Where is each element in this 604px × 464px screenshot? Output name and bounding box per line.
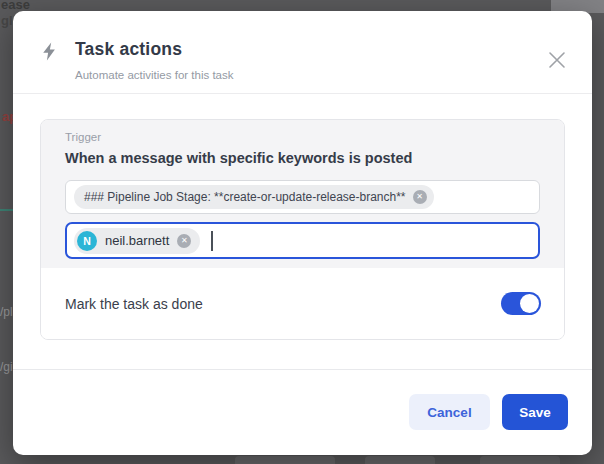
close-icon [548,51,566,69]
user-chip: N neil.barnett ✕ [74,228,200,254]
lightning-bolt-icon [42,42,56,65]
modal-title: Task actions [75,40,547,59]
remove-circle-icon: ✕ [416,193,423,201]
toggle-knob [520,294,539,313]
assignee-input[interactable]: N neil.barnett ✕ [65,222,540,259]
background-text-fragment: ease [1,0,30,11]
background-divider [0,209,13,211]
background-shape [480,456,560,464]
modal-footer: Cancel Save [13,369,592,455]
keyword-chip-label: ### Pipeline Job Stage: **create-or-upda… [84,190,406,204]
keyword-chip: ### Pipeline Job Stage: **create-or-upda… [74,185,434,209]
trigger-label: Trigger [65,131,540,144]
keywords-input[interactable]: ### Pipeline Job Stage: **create-or-upda… [65,180,540,214]
modal-header: Task actions Automate activities for thi… [13,11,592,94]
mark-done-row: Mark the task as done [41,268,564,339]
modal-subtitle: Automate activities for this task [75,69,547,82]
background-text-fragment: /pl [0,306,13,319]
save-button[interactable]: Save [502,394,568,430]
trigger-card: Trigger When a message with specific key… [40,119,565,340]
modal-header-text: Task actions Automate activities for thi… [75,40,547,82]
background-shape [365,456,435,464]
remove-circle-icon: ✕ [181,237,188,245]
trigger-section: Trigger When a message with specific key… [41,120,564,268]
cancel-button[interactable]: Cancel [409,394,490,430]
mark-done-toggle[interactable] [501,292,541,315]
remove-user-button[interactable]: ✕ [177,234,191,248]
background-text-fragment: /gi [0,361,13,374]
user-chip-label: neil.barnett [105,233,169,248]
mark-done-label: Mark the task as done [65,296,203,312]
avatar: N [77,231,97,251]
trigger-heading: When a message with specific keywords is… [65,149,540,168]
background-shape [235,456,335,464]
remove-keyword-button[interactable]: ✕ [413,190,427,204]
close-button[interactable] [547,50,567,70]
modal-body: Trigger When a message with specific key… [13,94,592,369]
task-actions-modal: Task actions Automate activities for thi… [13,11,592,455]
text-cursor [211,231,213,251]
